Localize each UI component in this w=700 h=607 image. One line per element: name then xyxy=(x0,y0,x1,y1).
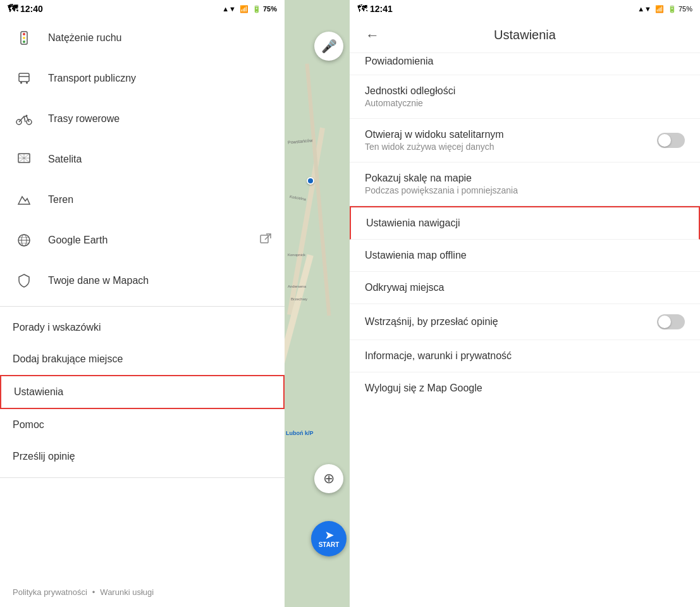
location-name: Luboń k/P xyxy=(286,430,314,436)
settings-item-shake-feedback[interactable]: Wstrząśnij, by przesłać opinię xyxy=(350,304,700,340)
footer-dot: • xyxy=(92,587,95,597)
privacy-link[interactable]: Polityka prywatności xyxy=(13,587,87,597)
sidebar-item-traffic[interactable]: Natężenie ruchu xyxy=(0,18,285,58)
bike-icon xyxy=(13,107,35,130)
location-icon: ⊕ xyxy=(323,470,335,487)
shake-toggle-knob xyxy=(658,316,671,328)
status-icons-left: ▲▼ 📶 🔋 75% xyxy=(222,5,277,13)
sidebar-item-satellite[interactable]: Satelita xyxy=(0,139,285,180)
svg-point-12 xyxy=(26,115,28,117)
settings-item-info-privacy[interactable]: Informacje, warunki i prywatność xyxy=(350,340,700,372)
left-panel: 🗺 12:40 ▲▼ 📶 🔋 75% Nat xyxy=(0,0,350,607)
start-button[interactable]: ➤ START xyxy=(311,521,347,556)
satellite-view-text: Otwieraj w widoku satelitarnym Ten widok… xyxy=(365,129,657,152)
satellite-icon xyxy=(13,148,35,171)
sidebar-item-bike[interactable]: Trasy rowerowe xyxy=(0,99,285,139)
sidebar-item-transit-label: Transport publiczny xyxy=(48,73,272,84)
signal-icon-right: ▲▼ xyxy=(637,5,651,13)
settings-page-title: Ustawienia xyxy=(385,28,690,42)
svg-point-2 xyxy=(23,37,25,39)
mic-button[interactable]: 🎤 xyxy=(314,32,343,61)
time-right: 12:41 xyxy=(370,4,393,14)
settings-item-satellite-view[interactable]: Otwieraj w widoku satelitarnym Ten widok… xyxy=(350,119,700,162)
sidebar-item-traffic-label: Natężenie ruchu xyxy=(48,32,272,44)
settings-list: Powiadomienia Jednostki odległości Autom… xyxy=(350,53,700,607)
sidebar-item-my-data[interactable]: Twoje dane w Mapach xyxy=(0,261,285,301)
street-label-5: Brzechwy xyxy=(291,297,307,301)
settings-header: ← Ustawienia xyxy=(350,18,700,53)
battery-icon-right: 🔋 75% xyxy=(668,5,692,13)
sidebar-item-help[interactable]: Pomoc xyxy=(0,409,285,441)
sidebar-divider xyxy=(0,306,285,307)
settings-item-offline-maps[interactable]: Ustawienia map offline xyxy=(350,240,700,272)
traffic-icon xyxy=(13,27,35,49)
street-label-2: Kościelna xyxy=(290,195,307,201)
maps-logo-right: 🗺 xyxy=(357,3,367,15)
settings-item-discover-places[interactable]: Odkrywaj miejsca xyxy=(350,272,700,304)
status-bar-right: 🗺 12:41 ▲▼ 📶 🔋 75% xyxy=(350,0,700,18)
google-earth-icon xyxy=(13,229,35,252)
start-arrow-icon: ➤ xyxy=(325,529,333,541)
sidebar-item-satellite-label: Satelita xyxy=(48,154,272,165)
shake-feedback-title: Wstrząśnij, by przesłać opinię xyxy=(365,316,647,328)
settings-item-show-scale[interactable]: Pokazuj skalę na mapie Podczas powiększa… xyxy=(350,162,700,206)
settings-item-notifications[interactable]: Powiadomienia xyxy=(350,53,700,75)
sidebar-item-tips[interactable]: Porady i wskazówki xyxy=(0,312,285,343)
show-scale-subtitle: Podczas powiększania i pomniejszania xyxy=(365,185,685,195)
status-bar-left: 🗺 12:40 ▲▼ 📶 🔋 75% xyxy=(0,0,285,18)
wifi-icon-left: 📶 xyxy=(240,5,249,13)
street-label-3: Konopnick xyxy=(288,253,305,257)
my-data-icon xyxy=(13,269,35,292)
show-scale-title: Pokazuj skalę na mapie xyxy=(365,173,685,184)
settings-item-distance-units[interactable]: Jednostki odległości Automatycznie xyxy=(350,75,700,119)
distance-units-subtitle: Automatycznie xyxy=(365,98,685,108)
battery-icon-left: 🔋 75% xyxy=(252,5,277,13)
mic-icon: 🎤 xyxy=(321,39,337,54)
sidebar-item-bike-label: Trasy rowerowe xyxy=(48,113,272,125)
notifications-title: Powiadomienia xyxy=(365,56,685,67)
terrain-icon xyxy=(13,188,35,211)
map-background: Powstańców Kościelna Konopnick Andersena… xyxy=(285,0,350,607)
discover-places-title: Odkrywaj miejsca xyxy=(365,282,685,293)
maps-logo-left: 🗺 xyxy=(8,3,18,15)
sidebar-item-google-earth[interactable]: Google Earth xyxy=(0,220,285,261)
sidebar-item-settings[interactable]: Ustawienia xyxy=(0,375,285,409)
sidebar-item-terrain[interactable]: Teren xyxy=(0,180,285,220)
back-button[interactable]: ← xyxy=(360,23,385,48)
toggle-knob xyxy=(658,134,671,147)
nav-items: Natężenie ruchu Transport publiczny xyxy=(0,18,285,577)
status-icons-right: ▲▼ 📶 🔋 75% xyxy=(637,5,692,13)
sidebar-item-send-feedback[interactable]: Prześlij opinię xyxy=(0,441,285,472)
right-panel: 🗺 12:41 ▲▼ 📶 🔋 75% ← Ustawienia Powiadom… xyxy=(350,0,700,607)
settings-item-navigation-settings[interactable]: Ustawienia nawigacji xyxy=(350,206,700,240)
location-button[interactable]: ⊕ xyxy=(314,464,343,493)
location-dot xyxy=(307,177,314,185)
settings-item-logout[interactable]: Wyloguj się z Map Google xyxy=(350,372,700,404)
shake-feedback-text: Wstrząśnij, by przesłać opinię xyxy=(365,316,657,328)
sidebar-item-terrain-label: Teren xyxy=(48,194,272,205)
street-label-4: Andersena xyxy=(288,285,306,288)
logout-title: Wyloguj się z Map Google xyxy=(365,383,685,394)
satellite-view-subtitle: Ten widok zużywa więcej danych xyxy=(365,142,647,152)
info-privacy-title: Informacje, warunki i prywatność xyxy=(365,350,685,362)
navigation-settings-title: Ustawienia nawigacji xyxy=(366,218,684,229)
sidebar-item-my-data-label: Twoje dane w Mapach xyxy=(48,275,272,286)
sidebar-divider-2 xyxy=(0,477,285,478)
map-area: Powstańców Kościelna Konopnick Andersena… xyxy=(285,0,350,607)
street-label-1: Powstańców xyxy=(288,138,313,144)
transit-icon xyxy=(13,67,35,90)
svg-rect-4 xyxy=(19,73,29,82)
shake-feedback-toggle[interactable] xyxy=(657,314,685,329)
start-label: START xyxy=(319,541,340,548)
distance-units-title: Jednostki odległości xyxy=(365,85,685,97)
svg-rect-21 xyxy=(261,235,268,243)
sidebar-item-add-place[interactable]: Dodaj brakujące miejsce xyxy=(0,343,285,375)
sidebar-item-transit[interactable]: Transport publiczny xyxy=(0,58,285,99)
sidebar-item-google-earth-label: Google Earth xyxy=(48,235,259,246)
signal-icon-left: ▲▼ xyxy=(222,5,236,13)
terms-link[interactable]: Warunki usługi xyxy=(100,587,154,597)
google-earth-arrow xyxy=(259,233,272,248)
time-left: 12:40 xyxy=(20,4,43,14)
satellite-view-toggle[interactable] xyxy=(657,133,685,148)
footer-links: Polityka prywatności • Warunki usługi xyxy=(0,577,285,607)
